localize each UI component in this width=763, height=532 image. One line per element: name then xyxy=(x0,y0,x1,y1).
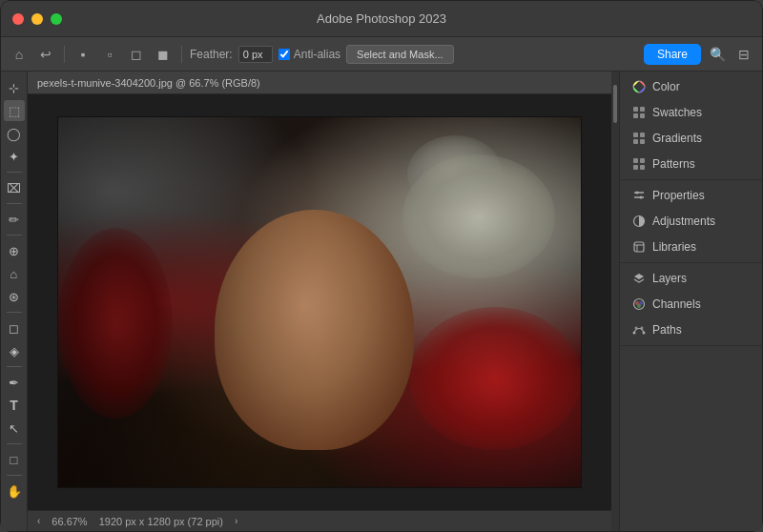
window-title: Adobe Photoshop 2023 xyxy=(317,11,446,26)
home-icon[interactable]: ⌂ xyxy=(9,44,30,65)
svg-rect-3 xyxy=(633,113,638,118)
svg-rect-6 xyxy=(640,133,645,137)
adjustments-label: Adjustments xyxy=(652,215,715,228)
paths-icon xyxy=(631,322,647,338)
undo-icon[interactable]: ↩ xyxy=(35,44,56,65)
panel-item-paths[interactable]: Paths xyxy=(624,317,758,342)
patterns-label: Patterns xyxy=(652,157,695,171)
panel-item-gradients[interactable]: Gradients xyxy=(624,126,758,151)
move-tool[interactable]: ⊹ xyxy=(4,77,25,98)
canvas-tab-title: pexels-t-munive-3404200.jpg @ 66.7% (RGB… xyxy=(37,77,260,89)
maximize-button[interactable] xyxy=(51,13,62,25)
text-tool[interactable]: T xyxy=(4,395,25,416)
right-section: Color Swatches xyxy=(611,72,762,531)
object-select-tool[interactable]: ✦ xyxy=(4,146,25,167)
minimize-button[interactable] xyxy=(31,13,43,25)
canvas-area: pexels-t-munive-3404200.jpg @ 66.7% (RGB… xyxy=(28,72,611,531)
path-select-tool[interactable]: ↖ xyxy=(4,418,25,439)
status-arrow-left[interactable]: ‹ xyxy=(37,516,40,526)
left-toolbar: ⊹ ⬚ ◯ ✦ ⌧ ✏ ⊕ ⌂ ⊛ ◻ ◈ ✒ T ↖ □ ✋ xyxy=(1,72,28,531)
svg-rect-9 xyxy=(633,158,638,163)
window-controls xyxy=(12,13,62,25)
panel-item-patterns[interactable]: Patterns xyxy=(624,152,758,176)
tool-sep-5 xyxy=(7,366,22,367)
color-label: Color xyxy=(652,80,680,93)
main-content: ⊹ ⬚ ◯ ✦ ⌧ ✏ ⊕ ⌂ ⊛ ◻ ◈ ✒ T ↖ □ ✋ xyxy=(1,72,762,531)
spot-heal-tool[interactable]: ⊕ xyxy=(4,240,25,261)
close-button[interactable] xyxy=(12,13,24,25)
separator-1 xyxy=(64,46,65,63)
workspace-icon[interactable]: ⊟ xyxy=(733,44,754,65)
scrollbar-thumb[interactable] xyxy=(613,85,617,123)
panel-item-color[interactable]: Color xyxy=(624,74,758,99)
swatches-label: Swatches xyxy=(652,106,702,119)
gradients-icon xyxy=(631,131,647,146)
svg-rect-7 xyxy=(633,139,638,144)
tool-mode-rect[interactable]: ▪ xyxy=(72,44,93,65)
svg-point-14 xyxy=(636,192,639,194)
svg-point-25 xyxy=(633,332,636,335)
separator-2 xyxy=(181,46,182,63)
panel-item-libraries[interactable]: Libraries xyxy=(624,235,758,259)
pen-tool[interactable]: ✒ xyxy=(4,372,25,393)
marquee-tool[interactable]: ⬚ xyxy=(4,100,25,121)
channels-icon xyxy=(631,297,647,312)
select-mask-button[interactable]: Select and Mask... xyxy=(346,45,454,64)
anti-alias-checkbox[interactable] xyxy=(278,49,290,60)
svg-rect-4 xyxy=(640,113,645,118)
svg-point-26 xyxy=(643,332,646,335)
photoshop-window: Adobe Photoshop 2023 ⌂ ↩ ▪ ▫ ◻ ◼ Feather… xyxy=(0,0,763,532)
tool-mode-intersect[interactable]: ◼ xyxy=(153,44,174,65)
layers-icon xyxy=(631,271,647,286)
lasso-tool[interactable]: ◯ xyxy=(4,123,25,144)
tool-sep-1 xyxy=(7,172,22,173)
canvas-scrollbar[interactable] xyxy=(611,72,619,531)
photo-canvas[interactable] xyxy=(57,116,582,488)
gradients-label: Gradients xyxy=(652,132,702,145)
panel-item-swatches[interactable]: Swatches xyxy=(624,100,758,125)
svg-point-28 xyxy=(641,327,643,329)
gradient-tool[interactable]: ◈ xyxy=(4,340,25,361)
libraries-label: Libraries xyxy=(652,240,696,254)
right-panel: Color Swatches xyxy=(619,72,762,531)
canvas-image-container[interactable] xyxy=(28,94,611,510)
channels-label: Channels xyxy=(652,297,701,311)
tool-sep-3 xyxy=(7,235,22,235)
panel-item-layers[interactable]: Layers xyxy=(624,266,758,291)
tool-mode-subtract[interactable]: ◻ xyxy=(126,44,147,65)
svg-point-27 xyxy=(635,327,637,329)
options-toolbar: ⌂ ↩ ▪ ▫ ◻ ◼ Feather: Anti-alias Select a… xyxy=(1,37,762,72)
share-button[interactable]: Share xyxy=(644,44,701,65)
svg-rect-1 xyxy=(633,107,638,112)
feather-label: Feather: xyxy=(190,48,233,61)
patterns-icon xyxy=(631,156,647,172)
properties-label: Properties xyxy=(652,189,705,202)
brush-tool[interactable]: ⌂ xyxy=(4,263,25,284)
clone-tool[interactable]: ⊛ xyxy=(4,286,25,307)
tool-sep-7 xyxy=(7,475,22,476)
hand-tool[interactable]: ✋ xyxy=(4,481,25,501)
feather-input[interactable] xyxy=(238,46,273,63)
search-icon[interactable]: 🔍 xyxy=(707,44,728,65)
panel-item-channels[interactable]: Channels xyxy=(624,292,758,317)
dimensions-info: 1920 px x 1280 px (72 ppi) xyxy=(99,516,223,527)
eyedropper-tool[interactable]: ✏ xyxy=(4,209,25,230)
panel-group-color: Color Swatches xyxy=(620,72,762,180)
svg-rect-8 xyxy=(640,139,645,144)
eraser-tool[interactable]: ◻ xyxy=(4,317,25,338)
crop-tool[interactable]: ⌧ xyxy=(4,177,25,198)
title-bar: Adobe Photoshop 2023 xyxy=(1,1,762,37)
shape-tool[interactable]: □ xyxy=(4,449,25,470)
layers-label: Layers xyxy=(652,272,687,285)
svg-point-24 xyxy=(637,304,641,308)
photo-overlay xyxy=(58,117,581,487)
tool-mode-add[interactable]: ▫ xyxy=(99,44,120,65)
svg-rect-11 xyxy=(633,165,638,170)
panel-group-properties: Properties Adjustments xyxy=(620,180,762,263)
svg-rect-12 xyxy=(640,165,645,170)
svg-rect-5 xyxy=(633,133,638,137)
panel-item-adjustments[interactable]: Adjustments xyxy=(624,209,758,234)
panel-item-properties[interactable]: Properties xyxy=(624,183,758,208)
status-arrow-right[interactable]: › xyxy=(235,516,237,526)
canvas-tab: pexels-t-munive-3404200.jpg @ 66.7% (RGB… xyxy=(28,72,611,94)
